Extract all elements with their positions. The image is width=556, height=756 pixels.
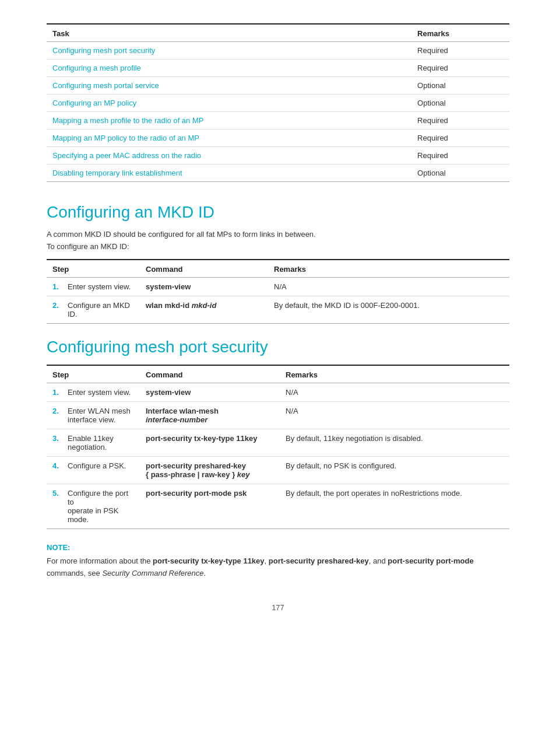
table-row: Mapping an MP policy to the radio of an … <box>47 130 509 147</box>
step-remarks: By default, 11key negotiation is disable… <box>280 429 509 457</box>
remarks-cell: Required <box>411 60 509 77</box>
step-num: 1. <box>52 282 64 291</box>
table-row: 5. Configure the port tooperate in PSK m… <box>47 484 509 529</box>
mesh-command-col: Command <box>140 365 280 383</box>
step-remarks: N/A <box>268 278 509 296</box>
step-num: 5. <box>52 489 64 524</box>
mesh-remarks-col: Remarks <box>280 365 509 383</box>
mkd-step-col: Step <box>47 260 140 278</box>
step-remarks: N/A <box>280 383 509 402</box>
table-row: 4. Configure a PSK. port-security presha… <box>47 457 509 484</box>
step-command-italic: mkd-id <box>192 301 217 310</box>
step-num: 4. <box>52 461 64 470</box>
step-desc: Enter system view. <box>68 282 131 291</box>
mkd-step-table: Step Command Remarks 1. Enter system vie… <box>47 259 509 324</box>
table-row: Configuring mesh portal service Optional <box>47 77 509 94</box>
step-command: port-security tx-key-type 11key <box>146 434 257 443</box>
table-row: Configuring an MP policy Optional <box>47 94 509 112</box>
task-table: Task Remarks Configuring mesh port secur… <box>47 23 509 182</box>
task-col-header: Task <box>47 24 411 42</box>
note-label: NOTE: <box>47 543 509 552</box>
mesh-port-step-table: Step Command Remarks 1. Enter system vie… <box>47 365 509 529</box>
step-command: system-view <box>146 282 191 291</box>
remarks-cell: Required <box>411 147 509 164</box>
step-command: Interface wlan-mesh <box>146 407 219 415</box>
task-cell: Configuring mesh portal service <box>47 77 411 94</box>
step-desc: Configure the port tooperate in PSK mode… <box>68 489 134 524</box>
step-remarks: By default, the MKD ID is 000F-E200-0001… <box>268 296 509 324</box>
step-desc: Enter WLAN meshinterface view. <box>68 407 131 424</box>
step-num: 1. <box>52 388 64 397</box>
step-desc: Configure an MKD ID. <box>68 301 134 318</box>
mesh-step-col: Step <box>47 365 140 383</box>
step-command: port-security preshared-key{ pass-phrase… <box>146 461 246 479</box>
remarks-cell: Required <box>411 130 509 147</box>
table-row: Disabling temporary link establishment O… <box>47 164 509 182</box>
remarks-cell: Optional <box>411 77 509 94</box>
remarks-cell: Required <box>411 42 509 60</box>
task-cell: Mapping an MP policy to the radio of an … <box>47 130 411 147</box>
step-desc: Enter system view. <box>68 388 131 397</box>
step-command-italic: interface-number <box>146 415 207 424</box>
mesh-port-section-title: Configuring mesh port security <box>47 338 509 356</box>
task-cell: Configuring an MP policy <box>47 94 411 112</box>
step-remarks: N/A <box>280 402 509 429</box>
task-cell: Configuring a mesh profile <box>47 60 411 77</box>
step-remarks: By default, no PSK is configured. <box>280 457 509 484</box>
step-command: system-view <box>146 388 191 397</box>
table-row: Configuring mesh port security Required <box>47 42 509 60</box>
mkd-command-col: Command <box>140 260 268 278</box>
table-row: 2. Configure an MKD ID. wlan mkd-id mkd-… <box>47 296 509 324</box>
step-num: 3. <box>52 434 64 452</box>
task-cell: Configuring mesh port security <box>47 42 411 60</box>
note-text: For more information about the port-secu… <box>47 555 509 580</box>
table-row: 2. Enter WLAN meshinterface view. Interf… <box>47 402 509 429</box>
mkd-section-title: Configuring an MKD ID <box>47 203 509 222</box>
remarks-cell: Required <box>411 112 509 130</box>
mkd-remarks-col: Remarks <box>268 260 509 278</box>
step-desc: Enable 11keynegotiation. <box>68 434 114 452</box>
table-row: Mapping a mesh profile to the radio of a… <box>47 112 509 130</box>
page-number: 177 <box>47 603 509 612</box>
remarks-cell: Optional <box>411 94 509 112</box>
note-section: NOTE: For more information about the por… <box>47 543 509 580</box>
task-cell: Specifying a peer MAC address on the rad… <box>47 147 411 164</box>
step-num: 2. <box>52 407 64 424</box>
step-desc: Configure a PSK. <box>68 461 126 470</box>
step-command-italic: key <box>235 470 249 479</box>
table-row: 1. Enter system view. system-view N/A <box>47 383 509 402</box>
step-num: 2. <box>52 301 64 318</box>
step-command: wlan mkd-id <box>146 301 192 310</box>
mkd-desc2: To configure an MKD ID: <box>47 242 509 251</box>
mkd-desc1: A common MKD ID should be configured for… <box>47 230 509 239</box>
task-cell: Disabling temporary link establishment <box>47 164 411 182</box>
step-command: port-security port-mode psk <box>146 489 247 498</box>
table-row: 3. Enable 11keynegotiation. port-securit… <box>47 429 509 457</box>
remarks-cell: Optional <box>411 164 509 182</box>
table-row: Specifying a peer MAC address on the rad… <box>47 147 509 164</box>
task-cell: Mapping a mesh profile to the radio of a… <box>47 112 411 130</box>
step-remarks: By default, the port operates in noRestr… <box>280 484 509 529</box>
table-row: Configuring a mesh profile Required <box>47 60 509 77</box>
table-row: 1. Enter system view. system-view N/A <box>47 278 509 296</box>
remarks-col-header: Remarks <box>411 24 509 42</box>
